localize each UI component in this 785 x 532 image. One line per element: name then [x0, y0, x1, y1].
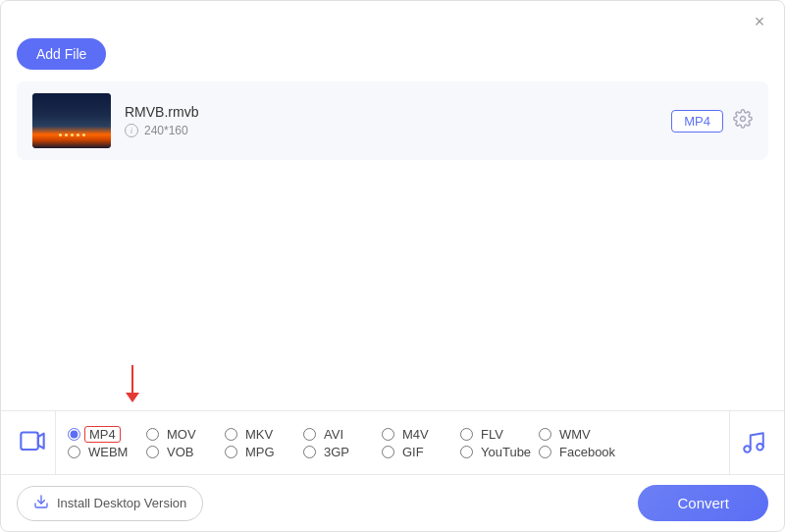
svg-rect-1 — [21, 433, 38, 451]
format-mov[interactable]: MOV — [146, 426, 225, 443]
format-youtube[interactable]: YouTube — [460, 445, 539, 459]
format-mp4-label: MP4 — [89, 427, 116, 442]
format-avi[interactable]: AVI — [303, 426, 382, 443]
download-icon — [33, 494, 49, 513]
format-mpg-label: MPG — [245, 445, 275, 459]
format-m4v-label: M4V — [402, 427, 429, 442]
file-thumbnail — [32, 93, 111, 148]
title-bar: × — [1, 1, 784, 30]
format-flv-label: FLV — [481, 427, 503, 442]
info-icon: i — [125, 124, 138, 137]
close-button[interactable]: × — [751, 13, 768, 30]
install-button[interactable]: Install Desktop Version — [17, 486, 203, 521]
format-facebook[interactable]: Facebook — [539, 445, 619, 459]
format-mp4[interactable]: MP4 — [68, 426, 146, 443]
install-label: Install Desktop Version — [57, 496, 186, 510]
bottom-panel: MP4 MOV MKV — [1, 410, 784, 531]
format-mkv[interactable]: MKV — [225, 426, 303, 443]
toolbar: Add File — [1, 30, 784, 81]
format-options: MP4 MOV MKV — [56, 420, 729, 465]
file-name: RMVB.rmvb — [125, 104, 657, 120]
format-gif-label: GIF — [402, 445, 424, 459]
format-webm-label: WEBM — [88, 445, 128, 459]
format-3gp-label: 3GP — [324, 445, 349, 459]
format-3gp[interactable]: 3GP — [303, 445, 382, 459]
svg-point-4 — [757, 444, 763, 451]
format-row-1: MP4 MOV MKV — [68, 426, 717, 443]
format-row-2: WEBM VOB MPG — [68, 445, 717, 459]
format-facebook-label: Facebook — [559, 445, 615, 459]
format-badge[interactable]: MP4 — [671, 110, 723, 133]
svg-point-3 — [744, 446, 751, 452]
format-youtube-label: YouTube — [481, 445, 531, 459]
video-format-button[interactable] — [9, 411, 56, 474]
format-selector: MP4 MOV MKV — [1, 411, 784, 475]
format-mov-label: MOV — [167, 427, 196, 442]
format-mpg[interactable]: MPG — [225, 445, 303, 459]
app-window: × Add File RMVB.rmvb i 240*160 — [0, 0, 785, 532]
format-wmv-label: WMV — [559, 427, 591, 442]
format-m4v[interactable]: M4V — [382, 426, 460, 443]
format-webm[interactable]: WEBM — [68, 445, 146, 459]
format-avi-label: AVI — [324, 427, 343, 442]
format-vob[interactable]: VOB — [146, 445, 225, 459]
format-wmv[interactable]: WMV — [539, 426, 617, 443]
format-gif[interactable]: GIF — [382, 445, 460, 459]
gear-button[interactable] — [733, 109, 753, 133]
arrow-indicator — [126, 365, 139, 402]
footer-bar: Install Desktop Version Convert — [1, 475, 784, 531]
file-list: RMVB.rmvb i 240*160 MP4 — [17, 81, 768, 160]
file-info: RMVB.rmvb i 240*160 — [125, 104, 657, 137]
add-file-button[interactable]: Add File — [17, 38, 106, 70]
convert-button[interactable]: Convert — [638, 485, 768, 521]
svg-point-0 — [741, 116, 746, 121]
file-meta: i 240*160 — [125, 124, 657, 137]
format-vob-label: VOB — [167, 445, 193, 459]
file-actions: MP4 — [671, 109, 753, 133]
format-flv[interactable]: FLV — [460, 426, 539, 443]
audio-format-button[interactable] — [729, 411, 776, 474]
svg-marker-2 — [37, 434, 43, 449]
format-mkv-label: MKV — [245, 427, 273, 442]
file-resolution: 240*160 — [144, 124, 188, 137]
content-area — [1, 160, 784, 410]
